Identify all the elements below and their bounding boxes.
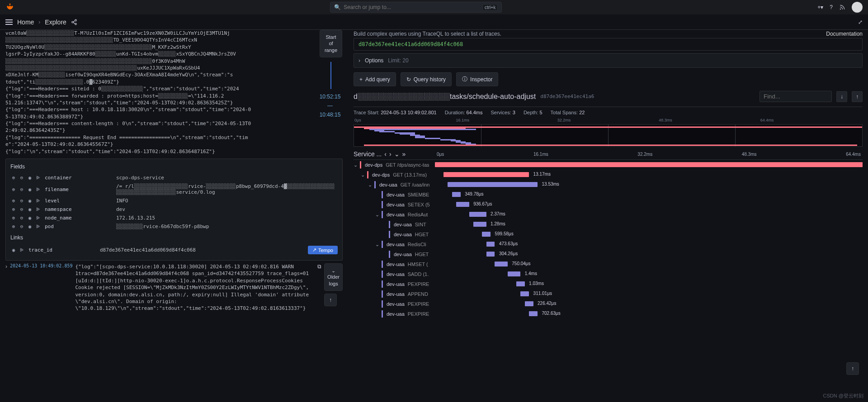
- zoom-out-icon[interactable]: ⊖: [19, 198, 25, 204]
- stats-icon[interactable]: ⫸: [35, 206, 41, 212]
- options-row[interactable]: › Options Limit: 20: [354, 53, 863, 68]
- span-row[interactable]: ⌄dev-dpsGET (13.17ms)13.17ms: [354, 170, 863, 180]
- span-color: [389, 251, 390, 258]
- zoom-out-icon[interactable]: ⊖: [19, 187, 25, 192]
- user-avatar[interactable]: [852, 2, 863, 13]
- span-row[interactable]: dev-uaaPEXPIRE226.42μs: [354, 299, 863, 309]
- svc-label: Services:: [491, 110, 511, 115]
- eye-icon[interactable]: ◉: [10, 247, 17, 253]
- stats-icon[interactable]: ⫸: [35, 215, 41, 221]
- span-caret[interactable]: ⌄: [375, 212, 380, 218]
- field-val: /= r/l░░░░░░░░░░░░░░░░░░rvice-░░░░░░░░░░…: [116, 183, 338, 195]
- zoom-in-icon[interactable]: ⊕: [10, 224, 17, 229]
- scroll-top-button[interactable]: ↑: [324, 294, 337, 306]
- zoom-in-icon[interactable]: ⊕: [10, 206, 17, 212]
- query-history-button[interactable]: ↻ Query history: [401, 72, 452, 86]
- span-row[interactable]: dev-uaaHGET304.26μs: [354, 249, 863, 259]
- zoom-out-icon[interactable]: ⊖: [19, 224, 25, 229]
- span-row[interactable]: ⌄dev-uaaGET /uaa/inn13.53ms: [354, 180, 863, 190]
- stats-icon[interactable]: ⫸: [35, 224, 41, 229]
- zoom-out-icon[interactable]: ⊖: [19, 206, 25, 212]
- span-operation: SMEMBE: [408, 192, 429, 197]
- span-caret[interactable]: ⌄: [368, 182, 373, 188]
- zoom-out-icon[interactable]: ⊖: [19, 215, 25, 221]
- collapse-icon[interactable]: ⤢: [858, 19, 863, 25]
- trace-minimap[interactable]: [354, 124, 863, 147]
- rss-icon[interactable]: [839, 4, 845, 10]
- query-input[interactable]: d87de367ee41ec41a6dd069d84f4c068: [354, 38, 863, 51]
- span-color: [382, 261, 383, 268]
- span-service: dev-uaa: [379, 182, 397, 187]
- chevron-left-icon[interactable]: ‹: [384, 150, 387, 158]
- range-start-button[interactable]: Start of range: [320, 30, 342, 57]
- breadcrumb-home[interactable]: Home: [17, 19, 34, 26]
- documentation-link[interactable]: Documentation: [826, 31, 863, 37]
- span-row[interactable]: dev-uaaSETEX (5936.67μs: [354, 200, 863, 210]
- span-row[interactable]: ⌄dev-uaaRedisAut2.37ms: [354, 210, 863, 220]
- eye-icon[interactable]: ◉: [27, 206, 33, 212]
- expand-all-icon[interactable]: »: [402, 150, 406, 158]
- span-row[interactable]: dev-uaaSMEMBE349.78μs: [354, 190, 863, 200]
- eye-icon[interactable]: ◉: [27, 198, 33, 204]
- span-color: [374, 181, 376, 188]
- global-search[interactable]: 🔍 ctrl+k: [330, 2, 502, 13]
- zoom-in-icon[interactable]: ⊕: [10, 215, 17, 221]
- log-line: {"log":"===Headers=== content-length : 0…: [5, 120, 316, 127]
- find-input[interactable]: [760, 91, 832, 102]
- expand-caret[interactable]: ›: [5, 263, 7, 270]
- span-row[interactable]: ⌄dev-uaaRedisCli473.63μs: [354, 239, 863, 249]
- zoom-in-icon[interactable]: ⊕: [10, 187, 17, 192]
- stats-icon[interactable]: ⫸: [35, 187, 41, 192]
- span-color: [382, 290, 383, 298]
- stats-icon[interactable]: ⫸: [35, 175, 41, 181]
- scroll-top-trace[interactable]: ↑: [846, 362, 859, 375]
- start-label: Trace Start:: [354, 110, 379, 115]
- zoom-out-icon[interactable]: ⊖: [19, 175, 25, 181]
- span-row[interactable]: dev-uaaPEXPIRE702.63μs: [354, 309, 863, 319]
- eye-icon[interactable]: ◉: [27, 175, 33, 181]
- span-bar: [452, 192, 461, 197]
- search-input[interactable]: [344, 4, 480, 10]
- span-duration: 349.78μs: [465, 192, 483, 196]
- span-row[interactable]: dev-uaaSINT1.28ms: [354, 220, 863, 229]
- span-row[interactable]: dev-uaaSADD (1.1.4ms: [354, 269, 863, 279]
- span-row[interactable]: dev-uaaHGET599.58μs: [354, 229, 863, 239]
- log-line: ░░░░░░░░░░░░░░░░░░░░░░░░░░░░░░░░░░░░░░░░…: [5, 65, 316, 71]
- span-row[interactable]: dev-uaaPEXPIRE1.03ms: [354, 279, 863, 289]
- stats-icon[interactable]: ⫸: [19, 247, 25, 253]
- span-caret[interactable]: ⌄: [354, 162, 358, 168]
- add-query-button[interactable]: + Add query: [354, 72, 396, 86]
- copy-icon[interactable]: ⧉: [317, 263, 321, 270]
- svg-point-2: [72, 21, 74, 23]
- older-logs-button[interactable]: ⌄Older logs: [324, 263, 343, 291]
- breadcrumb-explore[interactable]: Explore: [45, 19, 66, 26]
- span-color: [382, 191, 383, 198]
- help-icon[interactable]: ?: [830, 4, 833, 10]
- zoom-in-icon[interactable]: ⊕: [10, 198, 17, 204]
- menu-toggle[interactable]: [5, 19, 13, 25]
- eye-icon[interactable]: ◉: [27, 187, 33, 192]
- span-row[interactable]: dev-uaaAPPEND311.01μs: [354, 289, 863, 299]
- span-row[interactable]: ⌄dev-dpsGET /dps/async-tas: [354, 160, 863, 170]
- find-prev-button[interactable]: ↓: [836, 91, 847, 102]
- span-caret[interactable]: ⌄: [375, 242, 380, 248]
- collapse-all-icon[interactable]: ⌄: [394, 150, 400, 158]
- find-next-button[interactable]: ↑: [852, 91, 863, 102]
- log-line: tdout","ti░░░░░░░░░░░░░░░░.0▓623409Z"}: [5, 79, 316, 85]
- chevron-right-icon[interactable]: ›: [389, 150, 392, 158]
- add-icon[interactable]: +▾: [817, 4, 823, 10]
- dur-val: 64.4ms: [466, 110, 482, 115]
- tempo-button[interactable]: ↗ Tempo: [308, 246, 338, 254]
- span-bar: [508, 271, 520, 276]
- span-caret[interactable]: ⌄: [361, 172, 365, 178]
- zoom-in-icon[interactable]: ⊕: [10, 175, 17, 181]
- span-operation: APPEND: [408, 291, 428, 297]
- share-icon[interactable]: [71, 19, 77, 25]
- eye-icon[interactable]: ◉: [27, 224, 33, 229]
- field-key: container: [45, 175, 113, 181]
- inspector-button[interactable]: ⓘ Inspector: [456, 72, 498, 86]
- grafana-logo[interactable]: [5, 3, 14, 12]
- span-row[interactable]: dev-uaaHMSET (750.04μs: [354, 259, 863, 269]
- eye-icon[interactable]: ◉: [27, 215, 33, 221]
- stats-icon[interactable]: ⫸: [35, 198, 41, 204]
